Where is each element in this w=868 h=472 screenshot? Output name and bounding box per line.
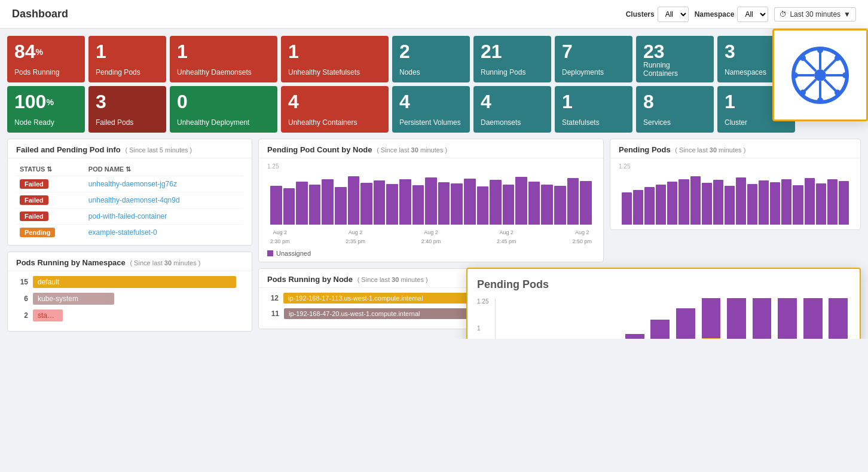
bar [477, 186, 489, 225]
stat-pending-pods[interactable]: 1 Pending Pods [88, 36, 166, 82]
stats-grid-row2: 100% Node Ready 3 Failed Pods 0 Unhealth… [7, 86, 861, 133]
bar [644, 187, 655, 225]
bar-group [521, 298, 545, 339]
pod-link[interactable]: example-statefulset-0 [88, 228, 157, 237]
bar [793, 185, 803, 225]
popup-chart-area: 1.25 1 0.75 0.5 0.25 [477, 298, 850, 339]
clusters-control: Clusters All [626, 7, 689, 22]
bar-count: 11 [267, 309, 279, 318]
col-pod-name: POD NAME ⇅ [85, 163, 243, 176]
bar [322, 179, 334, 225]
stat-unhealthy-containers[interactable]: 4 Unhealthy Containers [281, 86, 389, 133]
bar-segment-purple [676, 308, 695, 339]
clusters-select[interactable]: All [658, 7, 689, 22]
bar-group [648, 298, 672, 339]
main-content: 84% Pods Running 1 Pending Pods 1 Unheal… [0, 29, 868, 339]
namespace-control: Namespace All [695, 7, 769, 22]
svg-point-15 [835, 90, 841, 96]
stat-persistent-volumes[interactable]: 4 Persistent Volumes [392, 86, 470, 133]
x-label: Aug 22:40 pm [421, 229, 441, 244]
namespace-bar[interactable]: kube-system [33, 293, 114, 305]
bar [348, 176, 360, 225]
stat-label: Services [643, 118, 707, 127]
bar [678, 179, 689, 225]
bar [736, 177, 746, 225]
bar [451, 183, 463, 225]
stat-deployments[interactable]: 7 Deployments [555, 36, 632, 82]
stat-unhealthy-statefulsets[interactable]: 1 Unhealthy Statefulsets [281, 36, 389, 82]
stat-label: Pods Running [14, 68, 78, 76]
namespace-bar[interactable]: stagging [33, 309, 63, 321]
bar-group [496, 298, 519, 339]
chart-x-axis: Aug 22:30 pm Aug 22:35 pm Aug 22:40 pm A… [267, 227, 595, 245]
stat-number: 3 [725, 41, 735, 62]
stat-statefulsets[interactable]: 1 Statefulsets [555, 86, 632, 133]
bar [335, 187, 347, 225]
bar-group [725, 298, 748, 339]
chevron-down-icon: ▼ [843, 10, 851, 19]
stat-number: 23 [643, 41, 665, 62]
panel-pods-namespace: Pods Running by Namespace ( Since last 3… [7, 252, 252, 332]
stat-label: Nodes [399, 68, 463, 76]
status-badge: Failed [20, 212, 48, 221]
namespace-select[interactable]: All [737, 7, 768, 22]
stat-label: Node Ready [14, 118, 78, 127]
stat-node-ready[interactable]: 100% Node Ready [7, 86, 85, 133]
panel-title: Pending Pod Count by Node [267, 145, 372, 154]
panel-body: 1.25 [259, 158, 603, 262]
bar [296, 182, 308, 225]
pod-table: STATUS ⇅ POD NAME ⇅ Failed unhealthy-dae… [16, 163, 243, 240]
bar-row: 15 default [16, 276, 243, 288]
chart-legend: Unassigned [267, 250, 595, 257]
pod-link[interactable]: pod-with-failed-container [88, 212, 167, 220]
bar [399, 179, 411, 225]
k8s-logo-popup [772, 29, 868, 121]
stat-daemonsets[interactable]: 4 Daemonsets [473, 86, 551, 133]
y-label: 1 [477, 325, 494, 332]
bar [360, 183, 372, 225]
bar-segment-purple [753, 298, 772, 339]
stat-label: Pending Pods [96, 68, 159, 76]
bar-segment-purple [650, 320, 670, 339]
pod-link[interactable]: unhealthy-daemonset-jg76z [88, 180, 177, 188]
stat-pods-running[interactable]: 84% Pods Running [7, 36, 85, 82]
bar [759, 180, 769, 225]
time-selector[interactable]: ⏱ Last 30 minutes ▼ [774, 7, 856, 22]
popup-title: Pending Pods [477, 278, 850, 291]
bar [270, 186, 282, 225]
bar [490, 180, 502, 225]
stat-label: Unhealthy Daemonsets [177, 68, 270, 76]
stat-nodes[interactable]: 2 Nodes [392, 36, 470, 82]
bar-row: 6 kube-system [16, 293, 243, 305]
stat-label: Deployments [562, 68, 625, 76]
bar [702, 183, 712, 225]
stat-failed-pods[interactable]: 3 Failed Pods [88, 86, 166, 133]
panel-title: Failed and Pending Pod info [16, 145, 121, 154]
svg-point-17 [800, 90, 806, 96]
stat-unhealthy-deployment[interactable]: 0 Unhealthy Deployment [170, 86, 277, 133]
stat-running-containers[interactable]: 23 Running Containers [636, 36, 714, 82]
stat-unhealthy-daemonsets[interactable]: 1 Unhealthy Daemonsets [170, 36, 277, 82]
namespace-bar[interactable]: default [33, 276, 236, 288]
stats-grid-row1: 84% Pods Running 1 Pending Pods 1 Unheal… [7, 36, 861, 82]
bar [554, 186, 566, 225]
svg-point-10 [817, 47, 823, 53]
bar-group [699, 298, 723, 339]
stat-number: 3 [96, 91, 106, 112]
bar-group [546, 298, 570, 339]
bar [580, 181, 592, 225]
stat-running-pods[interactable]: 21 Running Pods [473, 36, 551, 82]
x-label: Aug 22:45 pm [497, 229, 516, 244]
bar [464, 179, 476, 225]
stat-number: 4 [481, 91, 491, 112]
bar [386, 184, 398, 225]
stat-number: 1 [177, 41, 188, 62]
bar-segment-purple [625, 334, 644, 339]
stat-number: 4 [288, 91, 299, 112]
stat-number: 0 [177, 91, 188, 112]
stat-label: Persistent Volumes [399, 118, 463, 127]
clock-icon: ⏱ [780, 10, 787, 19]
stat-services[interactable]: 8 Services [636, 86, 714, 133]
pod-link[interactable]: unhealthy-daemonset-4qn9d [88, 196, 180, 204]
panel-title: Pods Running by Node [267, 275, 353, 284]
